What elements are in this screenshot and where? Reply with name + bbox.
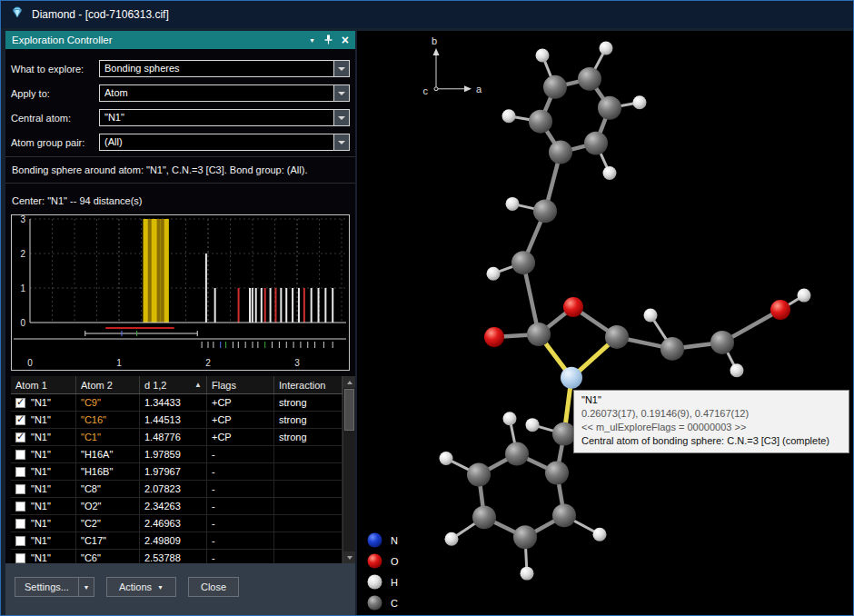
pin-icon[interactable] bbox=[324, 35, 333, 46]
svg-text:0: 0 bbox=[20, 318, 25, 328]
panel-menu-caret-icon[interactable]: ▼ bbox=[309, 37, 315, 44]
table-row[interactable]: "N1""H16B"1.97967- bbox=[11, 463, 343, 481]
cell-atom2: "C1" bbox=[76, 429, 140, 445]
tooltip-atom-name: "N1" bbox=[581, 393, 841, 407]
structure-viewport[interactable]: b a c "N1" 0.26073(17), 0.19146(9), 0.47… bbox=[357, 31, 853, 615]
form-row-central-atom: Central atom:"N1" bbox=[11, 105, 350, 130]
row-checkbox[interactable] bbox=[15, 398, 25, 408]
panel-header[interactable]: Exploration Controller ▼ × bbox=[5, 31, 355, 49]
axis-b-label: b bbox=[432, 35, 437, 46]
settings-dropdown-button[interactable]: ▼ bbox=[78, 577, 94, 597]
chevron-down-icon: ▼ bbox=[83, 584, 89, 591]
table-row[interactable]: "N1""C2"2.46963- bbox=[11, 515, 343, 532]
table-row[interactable]: "N1""H16A"1.97859- bbox=[11, 446, 343, 463]
cell-distance: 1.34433 bbox=[140, 394, 207, 411]
close-button[interactable]: Close bbox=[188, 577, 239, 597]
actions-button[interactable]: Actions ▼ bbox=[106, 577, 176, 597]
row-checkbox[interactable] bbox=[15, 502, 25, 512]
cell-flags: +CP bbox=[207, 394, 274, 411]
cell-distance: 2.53788 bbox=[140, 550, 207, 563]
settings-button[interactable]: Settings... bbox=[15, 577, 78, 597]
svg-text:1: 1 bbox=[116, 358, 122, 368]
molecule-group bbox=[440, 41, 811, 580]
atom-group-pair-dropdown[interactable]: (All) bbox=[99, 134, 350, 151]
cell-atom2: "C6" bbox=[76, 550, 140, 563]
row-checkbox[interactable] bbox=[15, 484, 25, 494]
title-bar[interactable]: Diamond - [cod-7106313.cif] bbox=[1, 1, 853, 28]
distance-histogram[interactable]: 01230123 bbox=[11, 214, 350, 371]
table-row[interactable]: "N1""C8"2.07823- bbox=[11, 481, 343, 498]
cell-atom1: "N1" bbox=[11, 550, 76, 563]
distance-histogram-svg: 01230123 bbox=[12, 215, 348, 370]
close-icon[interactable]: × bbox=[342, 34, 349, 46]
row-checkbox[interactable] bbox=[15, 536, 25, 546]
atom-group-pair-value: (All) bbox=[100, 134, 333, 150]
table-row[interactable]: "N1""C9"1.34433+CPstrong bbox=[11, 394, 343, 412]
form-row-atom-group-pair: Atom group pair:(All) bbox=[11, 130, 350, 154]
tooltip-description: Central atom of bonding sphere: C.N.=3 [… bbox=[581, 434, 841, 448]
cell-distance: 2.07823 bbox=[140, 481, 207, 497]
cell-atom2: "C16" bbox=[76, 412, 140, 428]
legend-item-C: C bbox=[367, 595, 399, 611]
cell-distance: 1.97859 bbox=[140, 446, 207, 462]
central-atom-dropdown[interactable]: "N1" bbox=[99, 109, 350, 126]
table-row[interactable]: "N1""C16"1.44513+CPstrong bbox=[11, 412, 343, 429]
cell-atom1: "N1" bbox=[11, 463, 76, 480]
row-checkbox[interactable] bbox=[15, 450, 25, 460]
row-checkbox[interactable] bbox=[15, 415, 25, 425]
settings-split-button: Settings... ▼ bbox=[15, 577, 94, 597]
element-legend: NOHC bbox=[367, 532, 399, 611]
actions-button-label: Actions bbox=[119, 581, 152, 592]
row-checkbox[interactable] bbox=[15, 519, 25, 529]
cell-flags: - bbox=[207, 498, 274, 514]
legend-label: O bbox=[391, 556, 399, 567]
chevron-down-icon[interactable] bbox=[333, 85, 349, 101]
cell-flags: +CP bbox=[207, 429, 274, 445]
form-row-apply-to: Apply to:Atom bbox=[11, 81, 350, 105]
table-row[interactable]: "N1""C6"2.53788- bbox=[11, 550, 343, 563]
table-row[interactable]: "N1""C1"1.48776+CPstrong bbox=[11, 429, 343, 446]
svg-text:1: 1 bbox=[20, 283, 25, 293]
column-header-2[interactable]: Atom 2 bbox=[76, 376, 140, 393]
table-row[interactable]: "N1""C17"2.49809- bbox=[11, 532, 343, 550]
vertical-scrollbar[interactable] bbox=[343, 376, 355, 563]
legend-sphere-C bbox=[367, 595, 382, 611]
what-to-explore-dropdown[interactable]: Bonding spheres bbox=[99, 60, 350, 77]
row-checkbox[interactable] bbox=[15, 432, 25, 442]
column-header-4[interactable]: Flags bbox=[207, 376, 274, 393]
chevron-down-icon[interactable] bbox=[333, 110, 349, 125]
chevron-down-icon[interactable] bbox=[333, 61, 349, 76]
row-checkbox[interactable] bbox=[15, 467, 25, 477]
column-header-5[interactable]: Interaction bbox=[274, 376, 343, 393]
table-row[interactable]: "N1""O2"2.34263- bbox=[11, 498, 343, 515]
scrollbar-thumb[interactable] bbox=[344, 389, 354, 431]
column-header-3[interactable]: d 1,2▲ bbox=[140, 376, 207, 393]
cell-distance: 1.48776 bbox=[140, 429, 207, 445]
cell-atom1: "N1" bbox=[11, 515, 76, 532]
central-atom-value: "N1" bbox=[100, 110, 333, 125]
cell-interaction: strong bbox=[274, 429, 343, 445]
window-title: Diamond - [cod-7106313.cif] bbox=[32, 8, 169, 21]
cell-flags: - bbox=[207, 532, 274, 549]
cell-interaction bbox=[274, 550, 343, 563]
legend-sphere-N bbox=[367, 532, 382, 548]
cell-atom1: "N1" bbox=[11, 532, 76, 549]
row-checkbox[interactable] bbox=[15, 553, 25, 563]
column-header-1[interactable]: Atom 1 bbox=[11, 376, 76, 393]
diamond-app-icon bbox=[10, 5, 25, 24]
cell-interaction bbox=[274, 446, 343, 462]
apply-to-dropdown[interactable]: Atom bbox=[99, 84, 350, 102]
chevron-down-icon[interactable] bbox=[333, 134, 349, 150]
cell-flags: - bbox=[207, 481, 274, 497]
legend-label: H bbox=[391, 577, 398, 588]
window: Diamond - [cod-7106313.cif] Exploration … bbox=[0, 0, 854, 616]
field-label-apply-to: Apply to: bbox=[11, 88, 99, 99]
scroll-up-button[interactable] bbox=[343, 376, 355, 388]
cell-flags: - bbox=[207, 515, 274, 532]
cell-interaction: strong bbox=[274, 394, 343, 411]
apply-to-value: Atom bbox=[100, 85, 333, 101]
cell-atom1: "N1" bbox=[11, 412, 76, 428]
scroll-down-button[interactable] bbox=[343, 551, 355, 563]
cell-atom2: "C8" bbox=[76, 481, 140, 497]
molecule-svg: b a c bbox=[357, 31, 853, 615]
